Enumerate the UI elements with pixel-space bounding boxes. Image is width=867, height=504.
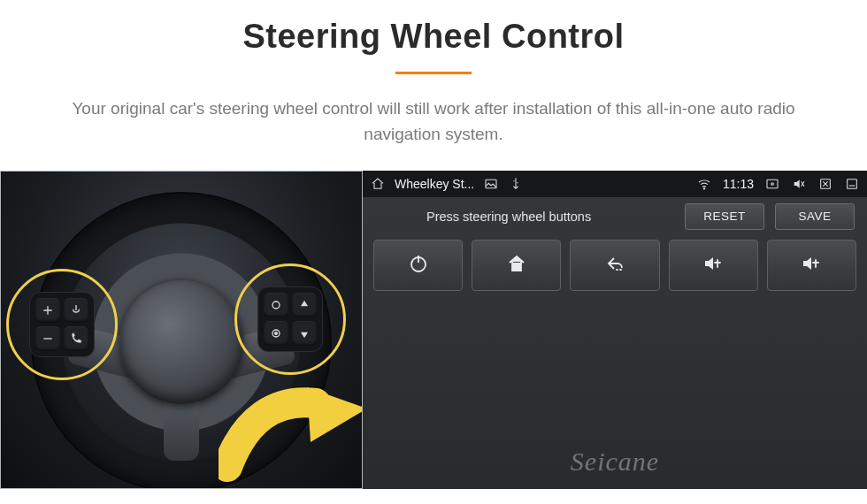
svg-point-4	[703, 188, 704, 189]
voice-icon[interactable]	[64, 298, 88, 323]
app-title: Wheelkey St...	[395, 177, 474, 191]
nav-up-icon[interactable]	[292, 293, 317, 317]
image-icon	[483, 176, 499, 192]
svg-point-6	[771, 183, 774, 186]
mute-icon[interactable]	[791, 176, 807, 192]
fn-home[interactable]	[472, 240, 561, 291]
reset-button[interactable]: RESET	[685, 203, 764, 230]
steering-wheel-photo	[0, 171, 363, 489]
clock-time: 11:13	[723, 177, 754, 191]
svg-rect-8	[848, 179, 857, 189]
content-row: Wheelkey St... 11:13	[0, 171, 867, 489]
svg-point-2	[275, 332, 278, 335]
wifi-icon	[696, 176, 712, 192]
fn-power[interactable]	[373, 240, 463, 291]
fn-back[interactable]	[570, 240, 659, 291]
minimize-icon[interactable]	[844, 176, 860, 192]
fn-volume-up-2[interactable]	[767, 240, 856, 291]
phone-icon[interactable]	[64, 326, 88, 351]
plus-icon[interactable]	[35, 298, 60, 323]
wheel-hub	[119, 280, 243, 404]
cycle-icon[interactable]	[264, 321, 288, 346]
function-key-row	[363, 236, 867, 291]
svg-point-0	[272, 302, 280, 309]
cast-icon[interactable]	[764, 176, 780, 192]
home-icon	[506, 253, 527, 277]
close-icon[interactable]	[817, 176, 833, 192]
title-divider	[395, 72, 472, 74]
wheel-button-cluster-left	[29, 292, 95, 357]
svg-rect-5	[767, 179, 778, 187]
volume-up-icon	[702, 253, 724, 277]
usb-icon	[508, 176, 524, 192]
wheel-button-cluster-right	[257, 286, 323, 352]
back-icon	[604, 253, 625, 277]
svg-rect-3	[486, 179, 496, 187]
description-text: Your original car's steering wheel contr…	[44, 95, 823, 148]
nav-down-icon[interactable]	[292, 321, 317, 346]
fn-volume-up-1[interactable]	[669, 240, 758, 291]
instruction-row: Press steering wheel buttons RESET SAVE	[363, 197, 867, 236]
save-button[interactable]: SAVE	[775, 203, 855, 230]
volume-up-icon	[801, 253, 822, 277]
brand-watermark: Seicane	[571, 447, 659, 477]
page-title: Steering Wheel Control	[0, 18, 867, 56]
minus-icon[interactable]	[35, 326, 60, 351]
mode-icon[interactable]	[264, 293, 288, 317]
home-icon[interactable]	[370, 176, 386, 192]
status-bar: Wheelkey St... 11:13	[363, 171, 867, 197]
instruction-text: Press steering wheel buttons	[426, 210, 591, 224]
headunit-screen: Wheelkey St... 11:13	[363, 171, 867, 489]
power-icon	[408, 253, 429, 277]
